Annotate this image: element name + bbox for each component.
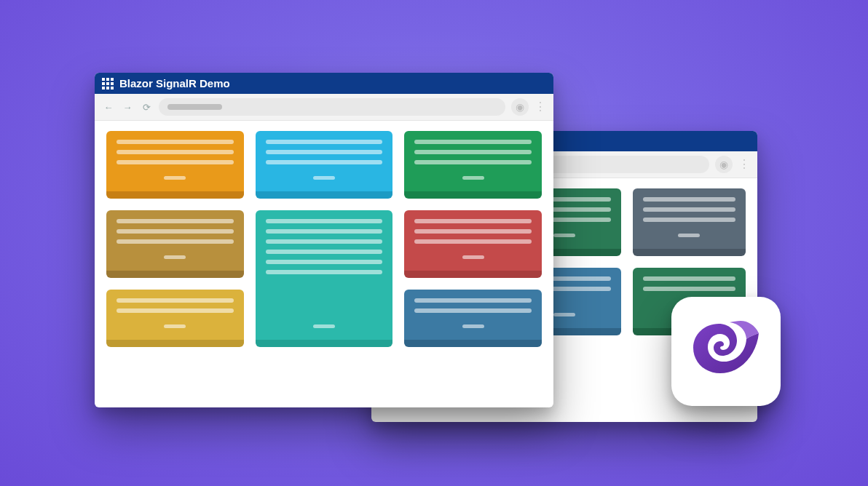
- card-line: [414, 160, 532, 164]
- card[interactable]: [106, 210, 244, 278]
- card-footer: [266, 170, 383, 180]
- card-footer: [414, 319, 532, 328]
- card-line: [414, 150, 532, 154]
- card-line: [266, 160, 383, 164]
- card-footer: [414, 250, 532, 259]
- card-line: [414, 140, 532, 144]
- drag-handle-icon[interactable]: [313, 176, 335, 180]
- card[interactable]: [106, 290, 244, 347]
- app-grid-icon: [102, 78, 114, 89]
- card[interactable]: [256, 210, 393, 347]
- window-title: Blazor SignalR Demo: [119, 77, 230, 89]
- card-line: [117, 219, 234, 223]
- card-line: [414, 239, 532, 244]
- card-line: [643, 207, 735, 212]
- card[interactable]: [404, 210, 542, 278]
- blazor-icon: [690, 315, 762, 388]
- card-footer: [643, 228, 735, 237]
- titlebar: Blazor SignalR Demo: [95, 73, 553, 94]
- drag-handle-icon[interactable]: [553, 313, 575, 316]
- menu-icon[interactable]: ⋮: [534, 101, 546, 113]
- card-line: [117, 308, 234, 313]
- profile-icon[interactable]: ◉: [715, 156, 733, 173]
- card-line: [117, 150, 234, 154]
- card-footer: [414, 170, 532, 180]
- card-line: [117, 140, 234, 144]
- card-line: [266, 140, 383, 144]
- drag-handle-icon[interactable]: [313, 324, 335, 328]
- drag-handle-icon[interactable]: [462, 176, 484, 180]
- card-line: [643, 218, 735, 222]
- browser-toolbar: ← → ⟳ ◉ ⋮: [95, 94, 553, 121]
- card[interactable]: [404, 290, 542, 347]
- drag-handle-icon[interactable]: [678, 234, 700, 237]
- card-line: [414, 229, 532, 234]
- card-line: [266, 250, 383, 254]
- drag-handle-icon[interactable]: [164, 176, 186, 180]
- menu-icon[interactable]: ⋮: [738, 159, 750, 170]
- drag-handle-icon[interactable]: [553, 234, 575, 237]
- card-footer: [117, 319, 234, 328]
- card-line: [117, 298, 234, 303]
- card-line: [266, 229, 383, 234]
- card-line: [266, 260, 383, 264]
- card[interactable]: [633, 188, 746, 256]
- drag-handle-icon[interactable]: [462, 324, 484, 328]
- card-line: [643, 276, 735, 281]
- card-line: [643, 197, 735, 202]
- browser-window-front: Blazor SignalR Demo ← → ⟳ ◉ ⋮: [95, 73, 553, 407]
- card-line: [117, 160, 234, 164]
- card-grid: [95, 121, 553, 357]
- card-line: [266, 270, 383, 274]
- drag-handle-icon[interactable]: [164, 255, 186, 259]
- card-line: [643, 287, 735, 291]
- card-line: [266, 219, 383, 223]
- drag-handle-icon[interactable]: [462, 255, 484, 259]
- card-line: [266, 150, 383, 154]
- card[interactable]: [404, 131, 542, 199]
- card-footer: [117, 250, 234, 259]
- card-line: [117, 229, 234, 234]
- card-line: [117, 239, 234, 244]
- card-footer: [266, 319, 383, 328]
- blazor-badge: [671, 297, 781, 406]
- card-line: [414, 219, 532, 223]
- reload-icon[interactable]: ⟳: [140, 100, 153, 113]
- card-line: [414, 298, 532, 303]
- forward-icon[interactable]: →: [121, 100, 134, 113]
- card-line: [414, 308, 532, 313]
- card-footer: [117, 170, 234, 180]
- url-stub: [167, 104, 222, 110]
- back-icon[interactable]: ←: [102, 100, 115, 113]
- card[interactable]: [256, 131, 393, 199]
- card-line: [266, 239, 383, 244]
- profile-icon[interactable]: ◉: [511, 98, 529, 116]
- drag-handle-icon[interactable]: [164, 324, 186, 328]
- card[interactable]: [106, 131, 244, 199]
- address-bar[interactable]: [159, 98, 505, 116]
